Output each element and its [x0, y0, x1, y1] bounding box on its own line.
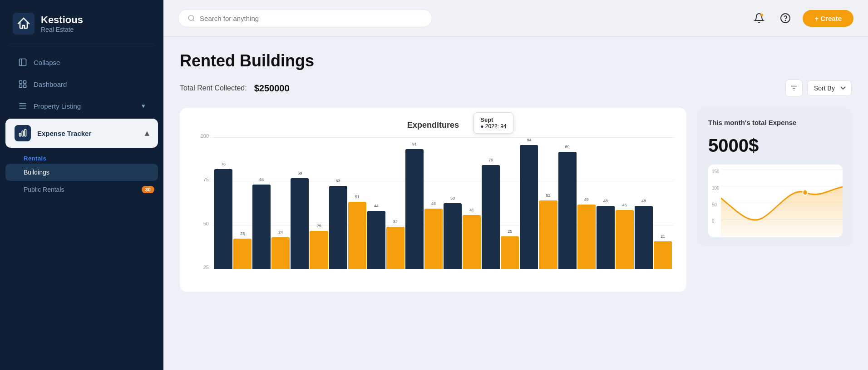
- bar-dark-value: 64: [259, 177, 264, 182]
- bar-group: 9452: [520, 145, 557, 269]
- bar-chart-icon: [18, 129, 27, 138]
- bar-group: 4821: [635, 206, 672, 269]
- bar-orange[interactable]: 52: [539, 200, 557, 269]
- bar-orange[interactable]: 51: [348, 202, 366, 269]
- main-area: + Create Rented Buildings Total Rent Col…: [163, 0, 868, 370]
- bar-orange-value: 24: [278, 230, 283, 235]
- bar-dark[interactable]: 48: [597, 206, 615, 269]
- bar-dark-value: 44: [374, 204, 379, 208]
- bar-dark-value: 94: [527, 138, 531, 142]
- rentals-label: Rentals: [0, 152, 163, 164]
- bar-orange-value: 52: [546, 193, 551, 198]
- chevron-down-icon: ▾: [142, 102, 145, 110]
- bar-orange[interactable]: 21: [654, 241, 672, 269]
- grid-label: 50: [192, 221, 209, 226]
- bar-dark-value: 76: [221, 162, 226, 166]
- bar-orange[interactable]: 41: [463, 215, 481, 269]
- bar-group: 7623: [214, 169, 252, 269]
- sidebar-item-property-listing[interactable]: Property Listing ▾: [5, 96, 158, 116]
- bar-group: 7925: [482, 165, 519, 269]
- search-bar[interactable]: [178, 9, 432, 27]
- sort-controls: Sort By: [785, 80, 852, 97]
- help-icon: [780, 13, 791, 24]
- logo-area: Kestious Real Estate: [0, 0, 163, 44]
- bar-dark-value: 63: [336, 179, 340, 183]
- bar-orange[interactable]: 29: [310, 231, 328, 269]
- bar-dark[interactable]: 44: [367, 211, 385, 269]
- filter-button[interactable]: [785, 80, 803, 97]
- bar-group: 8949: [558, 152, 596, 269]
- app-name: Kestious: [41, 14, 83, 26]
- total-rent-value: $250000: [254, 83, 290, 94]
- search-icon: [187, 14, 195, 22]
- bar-orange[interactable]: 23: [233, 239, 252, 269]
- bar-orange-value: 51: [355, 195, 360, 199]
- page-content: Rented Buildings Total Rent Collected: $…: [163, 37, 868, 370]
- sort-by-select[interactable]: Sort By: [807, 80, 852, 96]
- help-button[interactable]: [776, 9, 794, 27]
- sidebar-item-collapse[interactable]: Collapse: [5, 52, 158, 72]
- mini-chart-labels: 150 100 50 0: [712, 169, 720, 224]
- bar-dark[interactable]: 64: [252, 185, 271, 269]
- svg-point-12: [188, 15, 193, 20]
- bar-orange[interactable]: 24: [271, 237, 290, 269]
- bar-dark[interactable]: 48: [635, 206, 653, 269]
- grid-label: 25: [192, 265, 209, 270]
- svg-point-14: [760, 14, 763, 16]
- public-rentals-badge: 30: [142, 186, 154, 193]
- bar-dark[interactable]: 63: [329, 186, 347, 269]
- app-subtitle: Real Estate: [41, 26, 83, 33]
- expense-card-amount: 5000$: [708, 130, 843, 157]
- sidebar-item-public-rentals[interactable]: Public Rentals 30: [0, 181, 163, 198]
- notifications-button[interactable]: [750, 9, 768, 27]
- chevron-up-icon: ▴: [145, 128, 149, 138]
- bar-dark[interactable]: 94: [520, 145, 538, 269]
- search-input[interactable]: [200, 15, 423, 22]
- sidebar-item-buildings[interactable]: Buildings: [5, 164, 158, 181]
- bar-dark-value: 89: [565, 145, 570, 149]
- grid-label: 100: [192, 133, 209, 139]
- bar-dark[interactable]: 50: [444, 203, 462, 269]
- bars-area: 7623642469296351443291465041792594528949…: [212, 137, 674, 269]
- charts-row: Expenditures Sept ● 2022: 94 100755025 7…: [180, 108, 852, 292]
- bar-orange[interactable]: 45: [616, 210, 634, 270]
- create-button[interactable]: + Create: [803, 10, 853, 27]
- bar-orange[interactable]: 46: [424, 209, 443, 269]
- bar-dark[interactable]: 91: [405, 149, 424, 269]
- expense-tracker-submenu: Rentals Buildings Public Rentals 30: [0, 150, 163, 198]
- expense-tracker-icon: [15, 125, 31, 141]
- bar-orange-value: 29: [316, 224, 321, 228]
- bar-orange[interactable]: 25: [501, 236, 519, 270]
- sidebar-item-dashboard[interactable]: Dashboard: [5, 74, 158, 94]
- collapse-icon: [18, 58, 27, 67]
- expense-currency: $: [749, 135, 759, 155]
- expense-tracker-label: Expense Tracker: [37, 130, 91, 137]
- svg-rect-2: [20, 81, 22, 84]
- bar-orange[interactable]: 32: [386, 227, 404, 269]
- sidebar-item-expense-tracker[interactable]: Expense Tracker ▴: [5, 119, 158, 148]
- bar-group: 6424: [252, 185, 290, 269]
- bar-dark[interactable]: 76: [214, 169, 232, 269]
- bar-orange[interactable]: 49: [577, 205, 596, 269]
- bar-dark-value: 91: [412, 142, 417, 146]
- bar-dark[interactable]: 79: [482, 165, 500, 269]
- bar-orange-value: 21: [661, 234, 665, 239]
- bar-orange-value: 23: [240, 231, 245, 236]
- svg-rect-10: [22, 131, 23, 136]
- bar-group: 5041: [444, 203, 481, 269]
- bar-group: 6929: [291, 178, 328, 269]
- sidebar-divider: [9, 44, 154, 44]
- bar-dark-value: 48: [641, 199, 646, 203]
- sidebar: Kestious Real Estate Collapse Dashboard …: [0, 0, 163, 370]
- bar-orange-value: 45: [622, 203, 627, 207]
- bar-chart-wrap: 100755025 762364246929635144329146504179…: [192, 137, 674, 283]
- bar-dark[interactable]: 69: [291, 178, 309, 269]
- mini-chart-svg: [721, 165, 843, 237]
- buildings-label: Buildings: [24, 169, 49, 176]
- bar-dark[interactable]: 89: [558, 152, 577, 269]
- page-title: Rented Buildings: [180, 51, 852, 70]
- bell-icon: [754, 13, 764, 24]
- list-icon: [18, 101, 27, 110]
- expenditures-chart: Expenditures Sept ● 2022: 94 100755025 7…: [180, 108, 686, 292]
- header: + Create: [163, 0, 868, 37]
